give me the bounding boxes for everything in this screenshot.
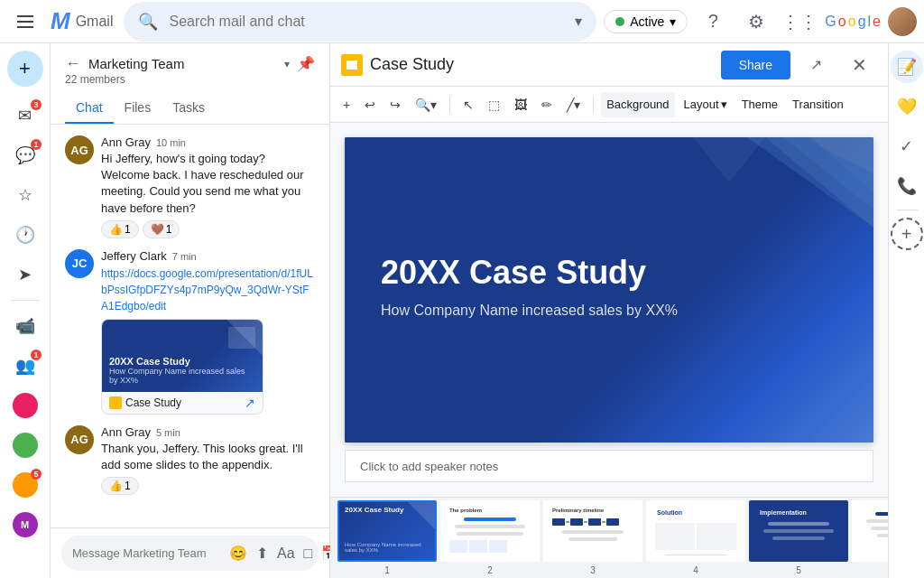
help-button[interactable]: ?	[695, 4, 731, 40]
toolbar-sep-2	[593, 96, 594, 114]
right-contacts-icon[interactable]: 📞	[891, 170, 923, 202]
msg-sender-1: Ann Gray	[101, 135, 151, 149]
nav-meet[interactable]: 📹	[7, 308, 43, 344]
toolbar-sep-1	[449, 96, 450, 114]
right-tasks-icon[interactable]: ✓	[891, 130, 923, 163]
avatar-jeffery-clark: JC	[65, 249, 94, 278]
search-bar: 🔍 ▾	[124, 2, 596, 42]
reaction-heart-1[interactable]: 🤎 1	[143, 220, 180, 238]
tab-tasks[interactable]: Tasks	[162, 93, 216, 124]
nav-avatar-2[interactable]	[7, 427, 43, 463]
toolbar-background-button[interactable]: Background	[601, 92, 674, 117]
share-button[interactable]: Share	[721, 51, 790, 79]
slide-geometry	[693, 137, 873, 300]
nav-history[interactable]: 🕐	[7, 217, 43, 253]
nav-avatar-3[interactable]: 5	[7, 467, 43, 503]
apps-button[interactable]: ⋮⋮	[781, 4, 818, 40]
toolbar-draw[interactable]: ✏	[536, 92, 558, 117]
reaction-thumbsup-1[interactable]: 👍 1	[101, 220, 139, 238]
topbar: M Gmail 🔍 ▾ Active ▾ ? ⚙ ⋮⋮ Google	[0, 0, 924, 43]
nav-avatar-1[interactable]	[7, 387, 43, 424]
pin-icon[interactable]: 📌	[297, 55, 315, 72]
thumbnail-2[interactable]: The problem	[440, 500, 540, 562]
reaction-thumbsup-3[interactable]: 👍 1	[101, 477, 139, 495]
format-button[interactable]: Aa	[275, 544, 297, 564]
back-button[interactable]: ←	[65, 54, 81, 73]
thumbnails-bar: 20XX Case Study How Company Name increas…	[330, 497, 888, 578]
thumbnail-5[interactable]: Implementation	[749, 500, 848, 562]
search-dropdown-icon[interactable]: ▾	[575, 13, 582, 30]
pres-close-icon[interactable]: ✕	[841, 47, 877, 83]
reaction-count-3: 1	[125, 480, 131, 492]
thumbnail-5-wrapper: Implementation 5	[749, 500, 848, 575]
avatar-ann-gray-2: AG	[65, 425, 94, 454]
msg-time-1: 10 min	[156, 137, 186, 148]
menu-button[interactable]	[7, 4, 43, 40]
toolbar-transition-button[interactable]: Transition	[787, 92, 849, 117]
link-preview-label-text: Case Study	[125, 396, 181, 409]
nav-send[interactable]: ➤	[7, 256, 43, 293]
link-preview-open-icon[interactable]: ↗	[245, 396, 255, 410]
attach-button[interactable]: ⬆	[254, 543, 270, 564]
emoji-button[interactable]: 😊	[227, 543, 249, 564]
pres-header: Case Study Share ↗ ✕	[330, 43, 888, 87]
search-input[interactable]	[169, 14, 564, 30]
video-button[interactable]: □	[302, 544, 315, 564]
slides-logo-icon	[341, 54, 363, 76]
right-notes-icon[interactable]: 📝	[891, 51, 923, 83]
pres-open-icon[interactable]: ↗	[798, 47, 834, 83]
toolbar-redo[interactable]: ↪	[384, 92, 406, 117]
hamburger-icon	[17, 15, 33, 28]
tab-files[interactable]: Files	[114, 93, 162, 124]
contact-avatar-4: M	[13, 512, 38, 537]
toolbar-add[interactable]: +	[337, 92, 356, 117]
tab-chat[interactable]: Chat	[65, 93, 114, 124]
right-divider	[896, 210, 918, 210]
nav-mail[interactable]: ✉ 3	[7, 98, 43, 134]
google-logo: Google	[825, 14, 881, 30]
active-status-button[interactable]: Active ▾	[604, 10, 688, 33]
compose-button[interactable]: +	[7, 51, 43, 87]
toolbar-shape[interactable]: ⬚	[483, 92, 505, 117]
msg-link-2[interactable]: https://docs.google.com/presentation/d/1…	[101, 267, 313, 312]
toolbar-undo[interactable]: ↩	[359, 92, 381, 117]
right-keep-icon[interactable]: 💛	[891, 90, 923, 123]
toolbar-image[interactable]: 🖼	[509, 92, 532, 117]
speaker-notes[interactable]: Click to add speaker notes	[345, 450, 873, 482]
contact-avatar-1	[13, 393, 38, 418]
nav-contacts[interactable]: 👥 1	[7, 348, 43, 384]
search-icon: 🔍	[138, 12, 158, 32]
active-label: Active	[630, 14, 664, 29]
nav-avatar-4[interactable]: M	[7, 507, 43, 543]
right-add-button[interactable]: +	[891, 218, 923, 250]
thumbnail-4[interactable]: Solution	[646, 500, 745, 562]
slide-canvas[interactable]: 20XX Case Study How Company Name increas…	[345, 137, 873, 443]
link-preview-thumbnail: 20XX Case Study How Company Name increas…	[102, 320, 263, 392]
toolbar-theme-button[interactable]: Theme	[736, 92, 783, 117]
gmail-logo[interactable]: M Gmail	[51, 7, 113, 35]
presentation-area: Case Study Share ↗ ✕ + ↩ ↪ 🔍▾ ↖ ⬚ 🖼 ✏ ╱▾…	[330, 43, 888, 578]
toolbar-layout-button[interactable]: Layout ▾	[679, 92, 733, 117]
thumbnail-2-num: 2	[487, 565, 493, 575]
settings-button[interactable]: ⚙	[738, 4, 774, 40]
link-preview-footer: Case Study ↗	[102, 392, 263, 414]
pres-toolbar: + ↩ ↪ 🔍▾ ↖ ⬚ 🖼 ✏ ╱▾ Background Layout ▾ …	[330, 87, 888, 123]
msg-content-2: Jeffery Clark 7 min https://docs.google.…	[101, 249, 315, 415]
thumbnail-3-num: 3	[590, 565, 596, 575]
link-preview-slide-icon	[228, 327, 255, 349]
thumbnail-6[interactable]	[852, 500, 888, 562]
toolbar-zoom[interactable]: 🔍▾	[410, 92, 442, 117]
pres-main: 20XX Case Study How Company Name increas…	[330, 123, 888, 497]
chat-input[interactable]	[72, 546, 224, 560]
thumbnail-1[interactable]: 20XX Case Study How Company Name increas…	[337, 500, 437, 562]
team-name-dropdown-icon[interactable]: ▾	[284, 58, 290, 70]
nav-star[interactable]: ☆	[7, 177, 43, 213]
toolbar-line[interactable]: ╱▾	[561, 92, 586, 117]
msg-content-1: Ann Gray 10 min Hi Jeffery, how's it goi…	[101, 135, 315, 238]
main-area: + ✉ 3 💬 1 ☆ 🕐 ➤ 📹 👥 1	[0, 43, 924, 578]
gmail-sidebar: + ✉ 3 💬 1 ☆ 🕐 ➤ 📹 👥 1	[0, 43, 51, 578]
nav-chat[interactable]: 💬 1	[7, 137, 43, 173]
toolbar-cursor[interactable]: ↖	[457, 92, 479, 117]
avatar[interactable]	[888, 7, 917, 36]
thumbnail-3[interactable]: Preliminary timeline	[543, 500, 642, 562]
